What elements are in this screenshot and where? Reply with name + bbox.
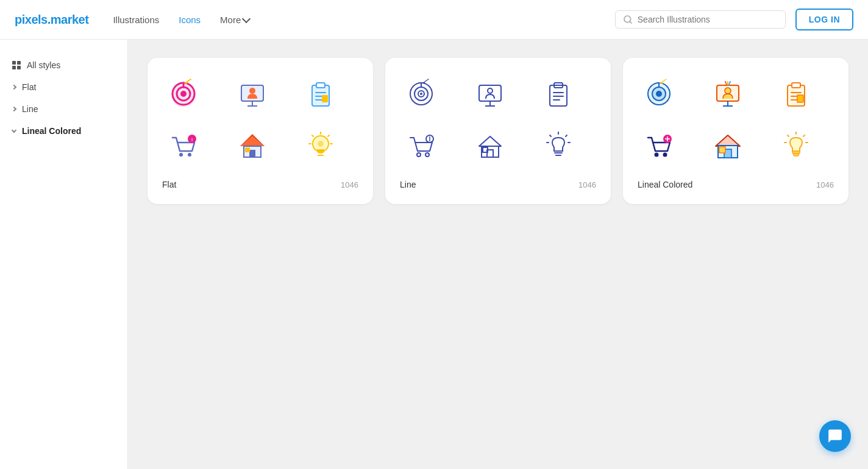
sidebar-item-line[interactable]: Line (0, 98, 127, 120)
sidebar-item-flat[interactable]: Flat (0, 76, 127, 98)
lineal-clipboard-icon (779, 77, 813, 111)
main-content: ! (128, 40, 868, 469)
icon-cell (638, 72, 680, 115)
icon-cell (706, 125, 749, 168)
svg-line-1 (630, 21, 631, 23)
lineal-lightbulb-icon (779, 129, 813, 163)
line-house-icon (473, 129, 507, 163)
icon-cell (400, 125, 443, 168)
card-line-footer: Line 1046 (400, 180, 596, 189)
grid-icon (12, 61, 21, 69)
flat-cart-icon: ! (166, 129, 201, 163)
svg-point-52 (417, 153, 421, 157)
svg-point-19 (179, 153, 183, 157)
line-target-icon (404, 77, 438, 111)
svg-point-76 (725, 88, 731, 94)
arrow-icon (12, 107, 16, 111)
line-clipboard-icon (541, 77, 575, 111)
icon-cell (537, 125, 580, 168)
icon-cell (162, 72, 205, 115)
nav-more[interactable]: More (220, 15, 249, 25)
chat-button[interactable] (819, 420, 851, 452)
sidebar: All styles Flat Line Lineal Colored (0, 40, 128, 469)
icon-cell (537, 72, 580, 115)
svg-point-86 (655, 153, 659, 157)
card-line-title: Line (400, 180, 416, 189)
logo-market: market (51, 13, 89, 26)
icon-cell: ! (162, 125, 205, 168)
icon-cell (706, 72, 749, 115)
line-lightbulb-icon (541, 129, 575, 163)
svg-line-31 (328, 135, 329, 136)
svg-point-69 (656, 91, 662, 97)
svg-rect-25 (249, 150, 255, 157)
svg-line-79 (729, 82, 730, 85)
svg-rect-26 (245, 147, 250, 152)
card-flat[interactable]: ! (148, 58, 373, 204)
svg-point-12 (249, 88, 255, 94)
main-nav: Illustrations Icons More (113, 15, 249, 25)
icon-cell (469, 72, 511, 115)
svg-rect-81 (792, 83, 800, 88)
sidebar-label-line: Line (22, 104, 38, 114)
arrow-icon (12, 85, 16, 90)
card-flat-footer: Flat 1046 (162, 180, 358, 189)
svg-text:!: ! (191, 137, 193, 143)
header: pixels.market Illustrations Icons More L… (0, 0, 868, 40)
svg-rect-85 (797, 95, 803, 102)
svg-point-87 (663, 153, 667, 157)
sidebar-item-all-styles[interactable]: All styles (0, 54, 127, 76)
icon-cell (400, 72, 443, 115)
icon-cell (775, 72, 817, 115)
flat-monitor-icon (235, 77, 269, 111)
svg-line-77 (725, 82, 727, 85)
svg-line-65 (550, 135, 551, 136)
chevron-down-icon (242, 14, 251, 23)
icon-cell (638, 125, 680, 168)
card-line[interactable]: Line 1046 (385, 58, 611, 204)
svg-rect-96 (794, 153, 799, 156)
card-line-count: 1046 (578, 180, 596, 189)
card-lineal-footer: Lineal Colored 1046 (638, 180, 834, 189)
icon-cell (775, 125, 817, 168)
card-lineal-title: Lineal Colored (638, 180, 692, 189)
nav-illustrations[interactable]: Illustrations (113, 15, 159, 25)
svg-rect-18 (322, 95, 328, 102)
sidebar-item-lineal-colored[interactable]: Lineal Colored (0, 120, 127, 142)
svg-line-33 (312, 135, 313, 136)
card-lineal-colored[interactable]: Lineal Colored 1046 (623, 58, 848, 204)
svg-point-39 (420, 93, 422, 95)
flat-target-icon (166, 77, 201, 111)
sidebar-label-lineal-colored: Lineal Colored (22, 126, 81, 136)
svg-rect-14 (316, 83, 325, 88)
search-input[interactable] (638, 15, 778, 24)
nav-icons[interactable]: Icons (179, 15, 201, 25)
icon-cell (299, 72, 342, 115)
svg-point-53 (425, 153, 429, 157)
icon-cell (231, 125, 274, 168)
svg-line-72 (663, 79, 666, 82)
card-flat-title: Flat (162, 180, 176, 189)
card-icons-flat: ! (162, 72, 358, 168)
search-wrapper[interactable] (615, 10, 786, 29)
svg-point-5 (180, 91, 187, 97)
icon-cell (469, 125, 511, 168)
sidebar-label-all-styles: All styles (27, 60, 60, 70)
login-button[interactable]: LOG IN (795, 9, 853, 30)
svg-line-8 (187, 79, 191, 82)
svg-line-100 (788, 135, 789, 136)
card-icons-line (400, 72, 596, 168)
card-lineal-count: 1046 (816, 180, 834, 189)
svg-marker-91 (716, 135, 740, 146)
logo[interactable]: pixels.market (15, 13, 88, 27)
sidebar-label-flat: Flat (22, 82, 36, 92)
lineal-cart-icon (642, 129, 676, 163)
svg-rect-94 (719, 147, 725, 153)
card-flat-count: 1046 (341, 180, 358, 189)
line-monitor-icon (473, 77, 507, 111)
svg-point-20 (188, 153, 191, 157)
cards-grid: ! (148, 58, 848, 204)
svg-marker-56 (479, 136, 501, 146)
arrow-icon (12, 127, 16, 132)
flat-lightbulb-icon (304, 129, 338, 163)
